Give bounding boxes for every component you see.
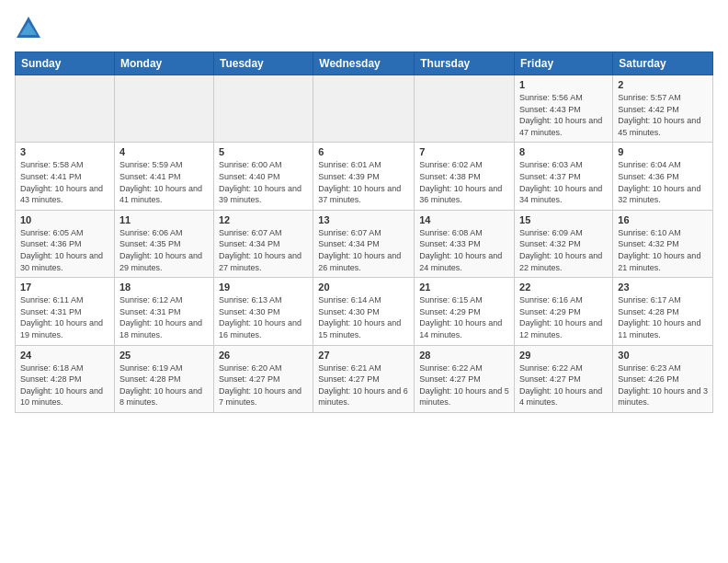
day-info: Sunrise: 6:15 AM Sunset: 4:29 PM Dayligh…	[419, 294, 509, 340]
day-info: Sunrise: 6:21 AM Sunset: 4:27 PM Dayligh…	[318, 362, 409, 408]
day-number: 15	[519, 214, 608, 225]
day-number: 6	[318, 146, 409, 157]
calendar-cell: 21Sunrise: 6:15 AM Sunset: 4:29 PM Dayli…	[415, 278, 515, 345]
day-number: 1	[519, 79, 608, 90]
day-info: Sunrise: 6:12 AM Sunset: 4:31 PM Dayligh…	[119, 294, 209, 340]
day-info: Sunrise: 6:04 AM Sunset: 4:36 PM Dayligh…	[618, 159, 708, 205]
calendar-cell: 24Sunrise: 6:18 AM Sunset: 4:28 PM Dayli…	[16, 345, 115, 412]
calendar-cell: 2Sunrise: 5:57 AM Sunset: 4:42 PM Daylig…	[613, 75, 713, 143]
day-info: Sunrise: 5:59 AM Sunset: 4:41 PM Dayligh…	[119, 159, 209, 205]
calendar-cell: 20Sunrise: 6:14 AM Sunset: 4:30 PM Dayli…	[313, 278, 415, 345]
calendar-cell	[114, 75, 213, 143]
calendar-week-3: 10Sunrise: 6:05 AM Sunset: 4:36 PM Dayli…	[16, 210, 713, 277]
calendar-cell	[415, 75, 515, 143]
weekday-monday: Monday	[114, 52, 213, 75]
day-info: Sunrise: 6:13 AM Sunset: 4:30 PM Dayligh…	[219, 294, 308, 340]
day-number: 13	[318, 214, 409, 225]
day-number: 11	[119, 214, 209, 225]
calendar-cell: 23Sunrise: 6:17 AM Sunset: 4:28 PM Dayli…	[613, 278, 713, 345]
day-info: Sunrise: 6:17 AM Sunset: 4:28 PM Dayligh…	[618, 294, 708, 340]
day-info: Sunrise: 6:09 AM Sunset: 4:32 PM Dayligh…	[519, 227, 608, 273]
calendar-cell: 28Sunrise: 6:22 AM Sunset: 4:27 PM Dayli…	[415, 345, 515, 412]
day-number: 30	[618, 350, 708, 361]
calendar-cell: 9Sunrise: 6:04 AM Sunset: 4:36 PM Daylig…	[613, 143, 713, 210]
calendar-cell: 26Sunrise: 6:20 AM Sunset: 4:27 PM Dayli…	[213, 345, 313, 412]
day-number: 16	[618, 214, 708, 225]
day-info: Sunrise: 6:01 AM Sunset: 4:39 PM Dayligh…	[318, 159, 409, 205]
day-info: Sunrise: 6:19 AM Sunset: 4:28 PM Dayligh…	[119, 362, 209, 408]
day-number: 18	[119, 282, 209, 293]
calendar-week-5: 24Sunrise: 6:18 AM Sunset: 4:28 PM Dayli…	[16, 345, 713, 412]
calendar-cell: 17Sunrise: 6:11 AM Sunset: 4:31 PM Dayli…	[16, 278, 115, 345]
day-number: 5	[219, 146, 308, 157]
day-info: Sunrise: 5:58 AM Sunset: 4:41 PM Dayligh…	[20, 159, 109, 205]
day-info: Sunrise: 6:18 AM Sunset: 4:28 PM Dayligh…	[20, 362, 109, 408]
day-number: 2	[618, 79, 708, 90]
calendar-cell: 15Sunrise: 6:09 AM Sunset: 4:32 PM Dayli…	[515, 210, 613, 277]
weekday-sunday: Sunday	[16, 52, 115, 75]
day-info: Sunrise: 6:22 AM Sunset: 4:27 PM Dayligh…	[419, 362, 509, 408]
day-number: 22	[519, 282, 608, 293]
day-info: Sunrise: 6:11 AM Sunset: 4:31 PM Dayligh…	[20, 294, 109, 340]
day-info: Sunrise: 6:23 AM Sunset: 4:26 PM Dayligh…	[618, 362, 708, 408]
day-number: 14	[419, 214, 509, 225]
day-number: 8	[519, 146, 608, 157]
calendar-cell: 25Sunrise: 6:19 AM Sunset: 4:28 PM Dayli…	[114, 345, 213, 412]
calendar-cell: 4Sunrise: 5:59 AM Sunset: 4:41 PM Daylig…	[114, 143, 213, 210]
day-info: Sunrise: 6:02 AM Sunset: 4:38 PM Dayligh…	[419, 159, 509, 205]
calendar-cell: 5Sunrise: 6:00 AM Sunset: 4:40 PM Daylig…	[213, 143, 313, 210]
calendar-cell: 27Sunrise: 6:21 AM Sunset: 4:27 PM Dayli…	[313, 345, 415, 412]
weekday-saturday: Saturday	[613, 52, 713, 75]
day-number: 25	[119, 350, 209, 361]
calendar-week-4: 17Sunrise: 6:11 AM Sunset: 4:31 PM Dayli…	[16, 278, 713, 345]
day-info: Sunrise: 6:14 AM Sunset: 4:30 PM Dayligh…	[318, 294, 409, 340]
weekday-thursday: Thursday	[415, 52, 515, 75]
weekday-tuesday: Tuesday	[213, 52, 313, 75]
calendar-cell	[213, 75, 313, 143]
day-info: Sunrise: 6:07 AM Sunset: 4:34 PM Dayligh…	[219, 227, 308, 273]
calendar-cell: 7Sunrise: 6:02 AM Sunset: 4:38 PM Daylig…	[415, 143, 515, 210]
calendar-cell: 12Sunrise: 6:07 AM Sunset: 4:34 PM Dayli…	[213, 210, 313, 277]
day-info: Sunrise: 6:10 AM Sunset: 4:32 PM Dayligh…	[618, 227, 708, 273]
calendar-cell: 29Sunrise: 6:22 AM Sunset: 4:27 PM Dayli…	[515, 345, 613, 412]
day-number: 4	[119, 146, 209, 157]
day-info: Sunrise: 6:05 AM Sunset: 4:36 PM Dayligh…	[20, 227, 109, 273]
calendar-cell: 8Sunrise: 6:03 AM Sunset: 4:37 PM Daylig…	[515, 143, 613, 210]
calendar-cell	[313, 75, 415, 143]
day-info: Sunrise: 6:06 AM Sunset: 4:35 PM Dayligh…	[119, 227, 209, 273]
day-number: 20	[318, 282, 409, 293]
calendar-cell: 3Sunrise: 5:58 AM Sunset: 4:41 PM Daylig…	[16, 143, 115, 210]
calendar-cell	[16, 75, 115, 143]
calendar-cell: 1Sunrise: 5:56 AM Sunset: 4:43 PM Daylig…	[515, 75, 613, 143]
calendar-cell: 18Sunrise: 6:12 AM Sunset: 4:31 PM Dayli…	[114, 278, 213, 345]
calendar-cell: 19Sunrise: 6:13 AM Sunset: 4:30 PM Dayli…	[213, 278, 313, 345]
calendar-cell: 30Sunrise: 6:23 AM Sunset: 4:26 PM Dayli…	[613, 345, 713, 412]
page: SundayMondayTuesdayWednesdayThursdayFrid…	[0, 0, 728, 563]
weekday-friday: Friday	[515, 52, 613, 75]
day-number: 23	[618, 282, 708, 293]
day-info: Sunrise: 6:00 AM Sunset: 4:40 PM Dayligh…	[219, 159, 308, 205]
day-number: 10	[20, 214, 109, 225]
calendar: SundayMondayTuesdayWednesdayThursdayFrid…	[15, 52, 713, 413]
day-number: 12	[219, 214, 308, 225]
day-number: 17	[20, 282, 109, 293]
day-number: 7	[419, 146, 509, 157]
day-number: 24	[20, 350, 109, 361]
day-info: Sunrise: 6:16 AM Sunset: 4:29 PM Dayligh…	[519, 294, 608, 340]
weekday-wednesday: Wednesday	[313, 52, 415, 75]
day-number: 29	[519, 350, 608, 361]
day-number: 19	[219, 282, 308, 293]
day-number: 3	[20, 146, 109, 157]
day-number: 27	[318, 350, 409, 361]
logo-icon	[15, 15, 42, 42]
day-number: 21	[419, 282, 509, 293]
calendar-cell: 16Sunrise: 6:10 AM Sunset: 4:32 PM Dayli…	[613, 210, 713, 277]
day-info: Sunrise: 6:08 AM Sunset: 4:33 PM Dayligh…	[419, 227, 509, 273]
calendar-cell: 22Sunrise: 6:16 AM Sunset: 4:29 PM Dayli…	[515, 278, 613, 345]
day-info: Sunrise: 5:56 AM Sunset: 4:43 PM Dayligh…	[519, 92, 608, 138]
calendar-cell: 13Sunrise: 6:07 AM Sunset: 4:34 PM Dayli…	[313, 210, 415, 277]
calendar-cell: 6Sunrise: 6:01 AM Sunset: 4:39 PM Daylig…	[313, 143, 415, 210]
calendar-week-2: 3Sunrise: 5:58 AM Sunset: 4:41 PM Daylig…	[16, 143, 713, 210]
day-info: Sunrise: 6:22 AM Sunset: 4:27 PM Dayligh…	[519, 362, 608, 408]
calendar-cell: 11Sunrise: 6:06 AM Sunset: 4:35 PM Dayli…	[114, 210, 213, 277]
